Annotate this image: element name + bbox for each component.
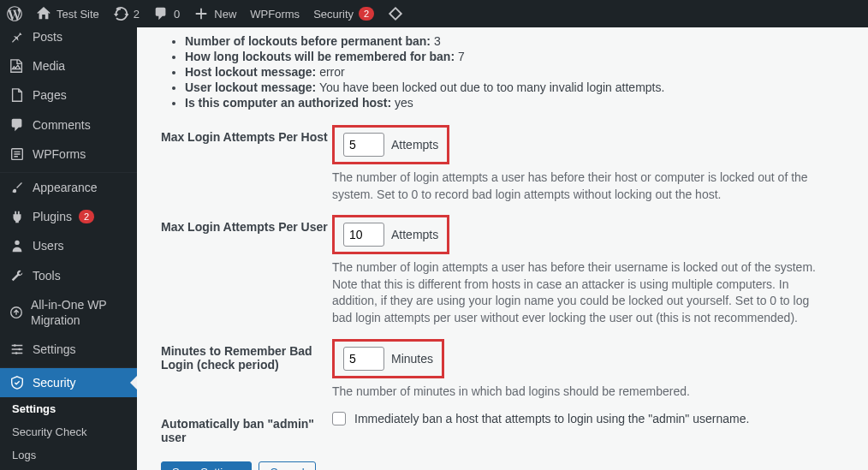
- field-description: The number of login attempts a user has …: [332, 259, 829, 326]
- field-label: Max Login Attempts Per Host: [161, 125, 332, 203]
- field-description: The number of login attempts a user has …: [332, 170, 829, 203]
- admin-bar: Test Site 2 0 New WPForms Security 2: [0, 0, 868, 27]
- sidebar-item-settings[interactable]: Settings: [0, 335, 137, 364]
- plugin-icon: [9, 209, 26, 224]
- field-max-host: Max Login Attempts Per Host Attempts The…: [161, 125, 851, 203]
- sidebar-item-label: Posts: [33, 29, 62, 45]
- plus-icon: [193, 6, 209, 21]
- max-host-input[interactable]: [343, 133, 384, 157]
- comments-icon: [9, 117, 26, 133]
- summary-item: User lockout message: You have been lock…: [185, 80, 851, 94]
- pin-icon: [9, 29, 26, 45]
- site-name[interactable]: Test Site: [29, 0, 106, 27]
- updates-item[interactable]: 2: [106, 0, 146, 27]
- summary-item: Is this computer an authorized host: yes: [185, 96, 851, 110]
- sliders-icon: [9, 342, 26, 357]
- admin-sidebar: Posts Media Pages Comments WPForms Appea…: [0, 27, 137, 470]
- sidebar-item-label: Users: [33, 238, 64, 253]
- field-description: The number of minutes in which bad login…: [332, 384, 829, 401]
- updates-count: 2: [134, 8, 140, 21]
- summary-item: Number of lockouts before permanent ban:…: [185, 34, 851, 48]
- new-content[interactable]: New: [187, 0, 243, 27]
- settings-summary-list: Number of lockouts before permanent ban:…: [185, 34, 851, 110]
- sidebar-item-security[interactable]: Security: [0, 368, 137, 397]
- field-label: Max Login Attempts Per User: [161, 215, 332, 326]
- new-label: New: [214, 8, 236, 21]
- sidebar-item-label: Pages: [33, 87, 67, 103]
- shield-icon: [9, 375, 26, 390]
- submenu-settings[interactable]: Settings: [0, 397, 137, 420]
- sidebar-item-users[interactable]: Users: [0, 231, 137, 260]
- highlight-box: Minutes: [332, 339, 444, 378]
- sidebar-item-plugins[interactable]: Plugins 2: [0, 202, 137, 231]
- save-button[interactable]: Save Settings: [161, 461, 252, 470]
- max-user-input[interactable]: [343, 223, 384, 247]
- sidebar-item-appearance[interactable]: Appearance: [0, 173, 137, 202]
- submenu-logs[interactable]: Logs: [0, 443, 137, 467]
- cancel-button[interactable]: Cancel: [259, 461, 315, 470]
- comment-icon: [153, 6, 169, 21]
- sidebar-item-label: WPForms: [33, 146, 86, 162]
- button-row: Save Settings Cancel: [161, 461, 851, 470]
- sidebar-item-wpforms[interactable]: WPForms: [0, 140, 137, 169]
- sidebar-item-label: Comments: [33, 117, 91, 133]
- wpforms-label: WPForms: [250, 8, 300, 21]
- form-icon: [9, 146, 26, 162]
- summary-item: Host lockout message: error: [185, 65, 851, 79]
- submenu-go-pro[interactable]: Go Pro: [0, 467, 137, 470]
- sidebar-item-posts[interactable]: Posts: [0, 27, 137, 51]
- wp-logo[interactable]: [0, 0, 29, 27]
- sidebar-item-tools[interactable]: Tools: [0, 261, 137, 290]
- sidebar-item-label: Appearance: [33, 180, 98, 195]
- main-content: Number of lockouts before permanent ban:…: [137, 27, 868, 470]
- user-icon: [9, 238, 26, 253]
- sidebar-item-comments[interactable]: Comments: [0, 110, 137, 140]
- unit-label: Minutes: [391, 352, 433, 366]
- sidebar-item-media[interactable]: Media: [0, 51, 137, 80]
- wrench-icon: [9, 268, 26, 283]
- security-submenu: Settings Security Check Logs Go Pro: [0, 397, 137, 470]
- sidebar-item-label: Security: [33, 375, 76, 390]
- field-label: Automatically ban "admin" user: [161, 412, 332, 444]
- svg-point-3: [14, 344, 16, 347]
- field-max-user: Max Login Attempts Per User Attempts The…: [161, 215, 851, 326]
- security-topbar-badge: 2: [359, 7, 374, 21]
- sidebar-item-label: Settings: [33, 342, 76, 357]
- minutes-input[interactable]: [343, 347, 384, 371]
- highlight-box: Attempts: [332, 215, 449, 254]
- update-icon: [113, 6, 128, 21]
- sidebar-item-label: Media: [33, 58, 65, 74]
- sidebar-item-pages[interactable]: Pages: [0, 80, 137, 110]
- sidebar-item-label: Plugins: [33, 209, 72, 224]
- summary-item: How long lockouts will be remembered for…: [185, 50, 851, 63]
- extra-topbar-icon[interactable]: [381, 0, 410, 27]
- sidebar-item-migration[interactable]: All-in-One WP Migration: [0, 290, 137, 335]
- highlight-box: Attempts: [332, 125, 449, 164]
- sidebar-item-label: All-in-One WP Migration: [31, 297, 128, 328]
- field-auto-ban: Automatically ban "admin" user Immediate…: [161, 412, 851, 444]
- comments-item[interactable]: 0: [146, 0, 187, 27]
- sidebar-item-label: Tools: [33, 268, 61, 283]
- diamond-icon: [388, 6, 403, 21]
- migrate-icon: [9, 305, 24, 320]
- security-topbar-label: Security: [313, 8, 354, 21]
- submenu-security-check[interactable]: Security Check: [0, 420, 137, 443]
- page-icon: [9, 87, 26, 103]
- svg-point-4: [18, 348, 21, 351]
- unit-label: Attempts: [391, 138, 438, 152]
- wpforms-topbar[interactable]: WPForms: [243, 0, 306, 27]
- field-label: Minutes to Remember Bad Login (check per…: [161, 339, 332, 401]
- plugins-badge: 2: [79, 210, 94, 223]
- checkbox-label: Immediately ban a host that attempts to …: [354, 412, 749, 425]
- field-minutes: Minutes to Remember Bad Login (check per…: [161, 339, 851, 401]
- wordpress-icon: [7, 6, 22, 21]
- svg-point-5: [15, 352, 18, 354]
- comments-count: 0: [174, 8, 180, 21]
- svg-point-1: [15, 241, 19, 245]
- security-topbar[interactable]: Security 2: [306, 0, 381, 27]
- site-name-label: Test Site: [56, 8, 99, 21]
- auto-ban-checkbox[interactable]: [332, 412, 346, 425]
- home-icon: [36, 6, 51, 21]
- auto-ban-checkbox-line[interactable]: Immediately ban a host that attempts to …: [332, 412, 851, 425]
- media-icon: [9, 58, 26, 74]
